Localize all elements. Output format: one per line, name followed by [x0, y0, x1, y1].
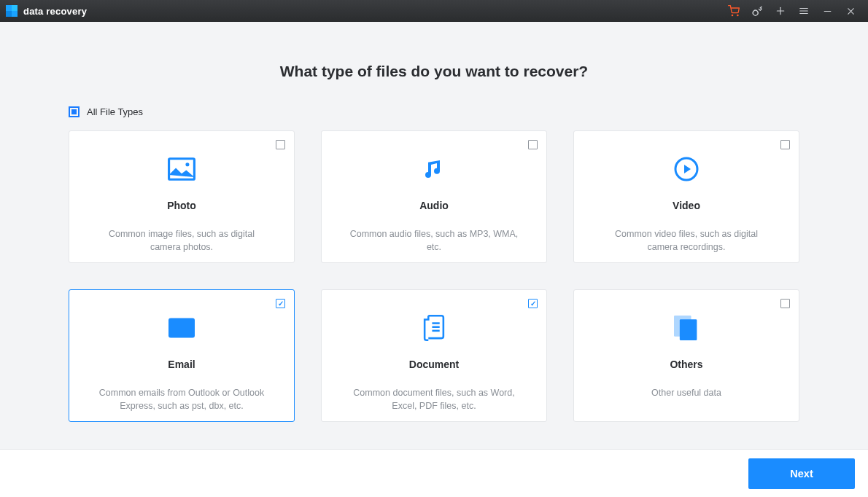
card-desc: Common video files, such as digital came… [594, 227, 778, 254]
card-document[interactable]: Document Common document files, such as … [321, 289, 547, 422]
card-others[interactable]: Others Other useful data [573, 289, 799, 422]
card-photo-checkbox[interactable] [276, 140, 285, 149]
video-icon [594, 152, 778, 187]
card-others-checkbox[interactable] [780, 299, 790, 308]
card-title: Photo [90, 200, 274, 211]
card-title: Audio [342, 200, 526, 211]
card-title: Email [90, 359, 274, 370]
app-logo-icon [6, 5, 18, 17]
card-desc: Common audio files, such as MP3, WMA, et… [342, 227, 526, 254]
next-button[interactable]: Next [748, 458, 855, 489]
key-icon[interactable] [745, 0, 769, 22]
svg-point-0 [732, 15, 732, 15]
card-desc: Common document files, such as Word, Exc… [342, 386, 526, 412]
all-file-types-row[interactable]: All File Types [69, 106, 799, 117]
cart-icon[interactable] [722, 0, 745, 22]
card-document-checkbox[interactable] [528, 299, 538, 308]
main-content: What type of files do you want to recove… [0, 22, 868, 422]
svg-point-11 [185, 163, 189, 166]
card-desc: Common emails from Outlook or Outlook Ex… [90, 386, 274, 412]
card-title: Others [594, 359, 778, 370]
page-title: What type of files do you want to recove… [0, 63, 868, 80]
card-audio-checkbox[interactable] [528, 140, 538, 149]
minimize-icon[interactable] [815, 0, 839, 22]
app-title: data recovery [23, 6, 87, 17]
svg-rect-17 [680, 319, 697, 340]
close-icon[interactable] [839, 0, 862, 22]
title-bar: data recovery [0, 0, 868, 22]
others-icon [594, 310, 778, 345]
menu-icon[interactable] [792, 0, 815, 22]
card-desc: Other useful data [594, 386, 778, 399]
card-photo[interactable]: Photo Common image files, such as digita… [69, 130, 295, 263]
all-file-types-checkbox[interactable] [69, 106, 80, 117]
file-type-grid: Photo Common image files, such as digita… [69, 130, 799, 422]
plus-icon[interactable] [769, 0, 792, 22]
card-video-checkbox[interactable] [780, 140, 790, 149]
svg-point-1 [737, 15, 738, 15]
card-title: Document [342, 359, 526, 370]
audio-icon [342, 152, 526, 187]
card-video[interactable]: Video Common video files, such as digita… [573, 130, 799, 263]
footer-bar: Next [0, 449, 868, 497]
photo-icon [90, 152, 274, 187]
all-file-types-label: All File Types [87, 106, 143, 117]
card-desc: Common image files, such as digital came… [90, 227, 274, 254]
card-title: Video [594, 200, 778, 211]
card-audio[interactable]: Audio Common audio files, such as MP3, W… [321, 130, 547, 263]
card-email[interactable]: Email Common emails from Outlook or Outl… [69, 289, 295, 422]
document-icon [342, 310, 526, 345]
email-icon [90, 310, 274, 345]
card-email-checkbox[interactable] [276, 299, 285, 308]
